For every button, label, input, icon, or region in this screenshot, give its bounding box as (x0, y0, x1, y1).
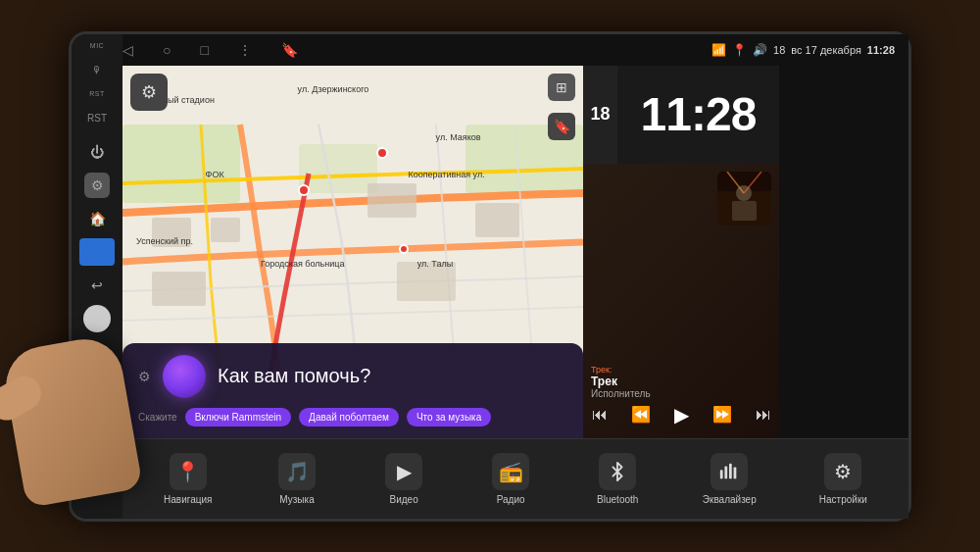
sidebar-home-btn[interactable]: 🏠 (79, 205, 115, 232)
bottom-nav: 📍 Навигация 🎵 Музыка ▶ Видео 📻 Радио (122, 438, 908, 519)
voice-suggestions: Скажите Включи Rammstein Давай поболтаем… (138, 408, 567, 427)
nav-icon-video: ▶ (385, 453, 422, 490)
music-next-btn[interactable]: ⏭ (752, 402, 775, 427)
nav-label-equalizer: Эквалайзер (703, 494, 757, 505)
nav-label-settings: Настройки (819, 494, 867, 505)
thumb (0, 370, 47, 427)
map-label-koop: Кооперативная ул. (408, 170, 484, 179)
device-frame: MIC 🎙 RST RST ⏻ ⚙ 🏠 ↩ 🔊+ 🔉- ◁ ○ □ ⋮ 🔖 (69, 31, 911, 522)
sidebar-back-btn[interactable]: ↩ (79, 272, 115, 299)
clock-widget: 18 11:28 (583, 66, 779, 164)
music-track-label: Трек: (591, 365, 710, 375)
suggestion-music[interactable]: Что за музыка (407, 408, 491, 427)
svg-rect-19 (734, 467, 737, 478)
map-settings-btn[interactable]: ⚙ (130, 74, 168, 111)
music-info: Трек: Трек Исполнитель (591, 365, 710, 399)
screen-area: Школьный стадион ул. Дзержинского ул. Ма… (122, 66, 908, 438)
suggestion-rammstein[interactable]: Включи Rammstein (185, 408, 291, 427)
voice-header: ⚙ Как вам помочь? (138, 355, 567, 398)
voice-say-label: Скажите (138, 412, 177, 423)
nav-icon-navigation: 📍 (170, 453, 207, 490)
nav-label-bluetooth: Bluetooth (597, 494, 638, 505)
svg-rect-6 (368, 183, 416, 218)
nav-label-navigation: Навигация (164, 494, 212, 505)
nav-item-bluetooth[interactable]: Bluetooth (586, 445, 650, 513)
android-back-btn[interactable]: ◁ (122, 42, 133, 58)
status-time: 11:28 (867, 44, 895, 56)
nav-item-equalizer[interactable]: Эквалайзер (693, 445, 766, 513)
nav-label-radio: Радио (497, 494, 525, 505)
map-label-taly: ул. Талы (417, 259, 453, 269)
nav-item-settings[interactable]: ⚙ Настройки (809, 445, 877, 513)
mic-label: MIC (90, 42, 104, 49)
nav-icon-settings: ⚙ (824, 453, 861, 490)
music-thumbnail-img (717, 172, 771, 226)
nav-label-music: Музыка (279, 494, 314, 505)
svg-rect-18 (729, 463, 732, 478)
android-home-btn[interactable]: ○ (163, 42, 171, 58)
map-label-uspensky: Успенский пр. (136, 236, 193, 246)
voice-question: Как вам помочь? (218, 365, 370, 387)
map-bookmark-icon[interactable]: 🔖 (548, 113, 575, 140)
nav-label-video: Видео (389, 494, 417, 505)
music-track-name: Трек (591, 375, 710, 388)
android-nav-bar: ◁ ○ □ ⋮ 🔖 📶 📍 🔊 18 вс 17 декабря 11:28 (122, 34, 908, 66)
nav-item-music[interactable]: 🎵 Музыка (266, 445, 329, 513)
volume-value: 18 (773, 44, 785, 56)
clock-time-display: 11:28 (641, 87, 757, 141)
clock-time-col: 11:28 (617, 66, 779, 164)
map-label-hospital: Городская больница (261, 259, 344, 269)
music-rewind-btn[interactable]: ⏪ (627, 401, 655, 427)
clock-date-col: 18 (583, 66, 617, 164)
map-label-dzerzh: ул. Дзержинского (298, 84, 369, 94)
nav-item-radio[interactable]: 📻 Радио (479, 445, 543, 513)
svg-rect-17 (725, 466, 728, 478)
voice-orb[interactable] (163, 355, 206, 398)
map-pin-3 (399, 244, 409, 254)
location-icon: 📍 (732, 43, 747, 57)
nav-item-video[interactable]: ▶ Видео (372, 445, 436, 513)
android-bookmark-btn: 🔖 (281, 42, 298, 58)
svg-rect-13 (732, 201, 757, 221)
svg-rect-7 (475, 203, 519, 237)
nav-icon-bluetooth (599, 453, 636, 490)
map-grid-btn[interactable]: ⊞ (548, 74, 575, 101)
clock-date: 18 (590, 104, 610, 125)
sidebar-rst-btn[interactable]: RST (79, 105, 115, 132)
right-panel: 18 11:28 (583, 66, 779, 438)
sidebar-settings-btn[interactable]: ⚙ (79, 172, 115, 199)
map-pin-1 (298, 184, 310, 196)
main-content: ◁ ○ □ ⋮ 🔖 📶 📍 🔊 18 вс 17 декабря 11:28 (122, 34, 908, 519)
music-artist: Исполнитель (591, 388, 710, 399)
map-label-fok: ФОК (206, 170, 224, 179)
music-forward-btn[interactable]: ⏩ (709, 401, 736, 427)
sidebar-power-btn[interactable]: ⏻ (79, 138, 115, 166)
volume-icon: 🔊 (753, 43, 767, 57)
rst-label: RST (89, 90, 105, 97)
map-label-mayak: ул. Маяков (436, 132, 481, 142)
svg-rect-9 (152, 272, 206, 306)
sidebar-white-circle[interactable] (79, 305, 115, 332)
music-widget: Трек: Трек Исполнитель ⏮ ⏪ ▶ ⏩ ⏭ (583, 164, 779, 438)
music-play-btn[interactable]: ▶ (670, 399, 693, 430)
nav-icon-music: 🎵 (278, 453, 316, 490)
music-thumbnail (717, 172, 771, 226)
sidebar-apps-btn[interactable] (79, 238, 115, 266)
map-area[interactable]: Школьный стадион ул. Дзержинского ул. Ма… (122, 66, 583, 438)
nav-icon-equalizer (710, 453, 748, 490)
map-pin-2 (376, 147, 388, 159)
nav-item-navigation[interactable]: 📍 Навигация (154, 445, 221, 513)
svg-rect-5 (211, 218, 240, 242)
sidebar-mic-btn[interactable]: 🎙 (79, 57, 115, 84)
music-prev-btn[interactable]: ⏮ (588, 402, 612, 427)
status-date: вс 17 декабря (791, 44, 861, 56)
map-background: Школьный стадион ул. Дзержинского ул. Ма… (122, 66, 583, 438)
wifi-icon: 📶 (711, 43, 726, 57)
android-square-btn[interactable]: □ (200, 42, 208, 58)
music-controls: ⏮ ⏪ ▶ ⏩ ⏭ (583, 399, 779, 430)
svg-rect-16 (720, 470, 723, 478)
android-dots-btn[interactable]: ⋮ (238, 42, 252, 58)
voice-overlay: ⚙ Как вам помочь? Скажите Включи Rammste… (122, 343, 583, 438)
suggestion-chat[interactable]: Давай поболтаем (299, 408, 399, 427)
svg-rect-3 (299, 144, 377, 193)
